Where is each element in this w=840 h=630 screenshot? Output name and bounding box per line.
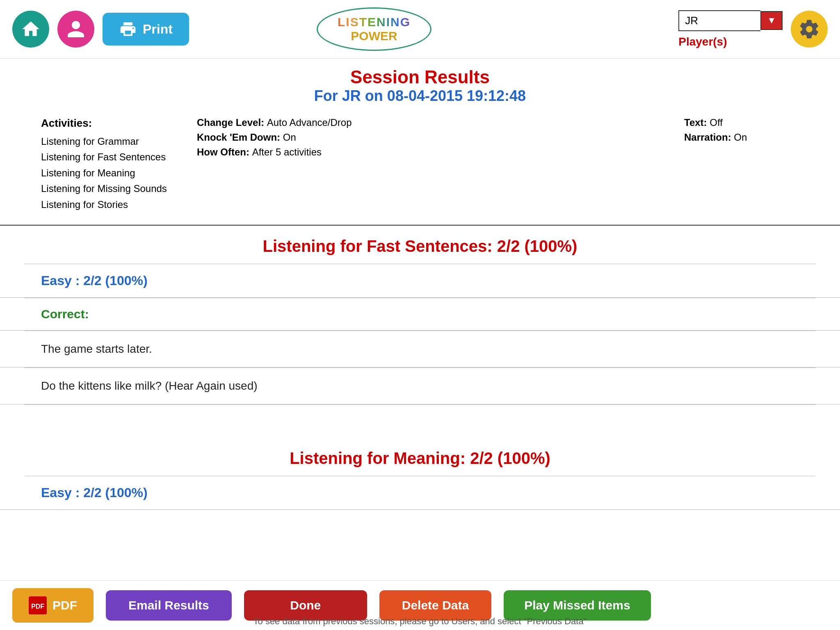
fast-sentences-level: Easy : 2/2 (100%) <box>0 264 840 298</box>
setting-value: Off <box>710 117 723 128</box>
player-dropdown-button[interactable]: ▼ <box>760 11 783 30</box>
list-item: Listening for Fast Sentences <box>41 149 172 165</box>
meaning-level: Easy : 2/2 (100%) <box>0 476 840 510</box>
bottom-bar: PDF PDF Email Results Done Delete Data P… <box>0 580 840 630</box>
home-button[interactable] <box>12 11 49 48</box>
user-icon <box>66 19 86 39</box>
setting-value: On <box>734 132 747 143</box>
meaning-title: Listening for Meaning: 2/2 (100%) <box>290 449 550 467</box>
done-label: Done <box>290 598 321 612</box>
correct-label: Correct: <box>0 298 840 331</box>
setting-value: Auto Advance/Drop <box>267 117 352 128</box>
activities-title: Activities: <box>41 117 172 130</box>
meaning-section: Listening for Meaning: 2/2 (100%) Easy :… <box>0 438 840 510</box>
delete-label: Delete Data <box>402 598 469 612</box>
setting-row: How Often: After 5 activities <box>197 146 660 158</box>
fast-sentences-section: Listening for Fast Sentences: 2/2 (100%)… <box>0 226 840 438</box>
meaning-title-bar: Listening for Meaning: 2/2 (100%) <box>0 438 840 476</box>
email-results-button[interactable]: Email Results <box>106 590 232 621</box>
setting-label: Narration: <box>684 132 734 143</box>
user-button[interactable] <box>57 11 94 48</box>
activities-column: Activities: Listening for Grammar Listen… <box>41 117 172 212</box>
fast-sentences-title: Listening for Fast Sentences: 2/2 (100%) <box>263 237 578 255</box>
play-missed-label: Play Missed Items <box>524 598 630 612</box>
fast-sentences-title-bar: Listening for Fast Sentences: 2/2 (100%) <box>0 226 840 264</box>
player-section: ▼ Player(s) <box>678 10 783 48</box>
list-item: Listening for Stories <box>41 197 172 212</box>
logo: LISTENING POWER <box>317 7 431 51</box>
info-grid: Activities: Listening for Grammar Listen… <box>0 109 840 226</box>
player-input-row: ▼ <box>678 10 783 31</box>
gear-icon <box>798 18 820 40</box>
print-label: Print <box>143 22 173 37</box>
session-subtitle: For JR on 08-04-2015 19:12:48 <box>0 87 840 105</box>
item-row: Do the kittens like milk? (Hear Again us… <box>0 368 840 404</box>
list-item: Listening for Missing Sounds <box>41 181 172 196</box>
setting-row: Narration: On <box>684 132 799 143</box>
setting-label: Change Level: <box>197 117 267 128</box>
setting-row: Knock 'Em Down: On <box>197 132 660 143</box>
setting-row: Change Level: Auto Advance/Drop <box>197 117 660 128</box>
logo-line2: POWER <box>330 29 418 43</box>
setting-label: How Often: <box>197 146 252 158</box>
home-icon <box>21 19 41 39</box>
session-title: Session Results <box>0 67 840 87</box>
print-button[interactable]: Print <box>103 13 189 46</box>
setting-value: After 5 activities <box>252 146 322 158</box>
session-header: Session Results For JR on 08-04-2015 19:… <box>0 59 840 109</box>
content-area: Listening for Fast Sentences: 2/2 (100%)… <box>0 226 840 510</box>
svg-text:PDF: PDF <box>31 603 44 610</box>
list-item: Listening for Grammar <box>41 134 172 149</box>
setting-row: Text: Off <box>684 117 799 128</box>
pdf-icon: PDF <box>29 596 47 614</box>
footer-note: To see data from previous sessions, plea… <box>253 616 587 627</box>
list-item: Listening for Meaning <box>41 165 172 181</box>
activities-list: Listening for Grammar Listening for Fast… <box>41 134 172 212</box>
email-label: Email Results <box>128 598 209 612</box>
print-icon <box>119 20 137 38</box>
logo-line1: LISTENING <box>330 15 418 29</box>
item-row: The game starts later. <box>0 331 840 368</box>
setting-label: Text: <box>684 117 710 128</box>
header: Print LISTENING POWER ▼ Player(s) <box>0 0 840 59</box>
player-label: Player(s) <box>678 35 727 48</box>
player-input[interactable] <box>678 10 760 31</box>
pdf-button[interactable]: PDF PDF <box>12 588 94 623</box>
pdf-label: PDF <box>52 598 77 612</box>
gear-button[interactable] <box>791 11 828 48</box>
settings-column: Change Level: Auto Advance/Drop Knock 'E… <box>197 117 660 212</box>
setting-label: Knock 'Em Down: <box>197 132 283 143</box>
text-settings-column: Text: Off Narration: On <box>684 117 799 212</box>
setting-value: On <box>283 132 296 143</box>
